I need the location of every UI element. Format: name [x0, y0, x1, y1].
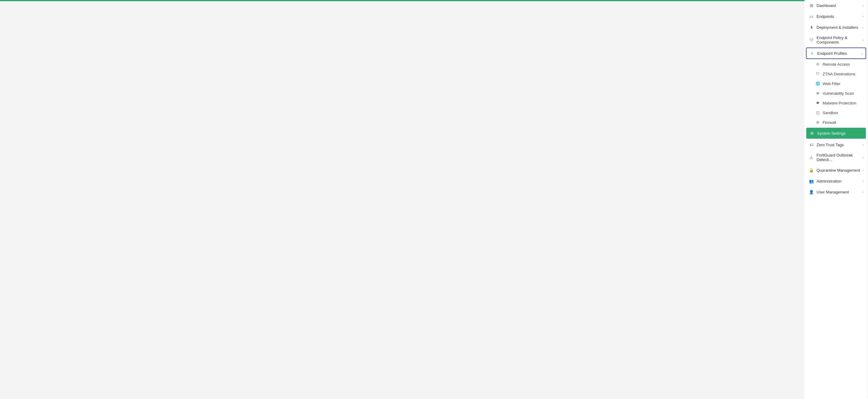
shield-alert-icon: ⚠ — [809, 155, 814, 160]
sidebar-sub-item-malware-protection[interactable]: ✱ Malware Protection — [804, 98, 868, 108]
sidebar-sub-item-web-filter[interactable]: 🌐 Web Filter — [804, 79, 868, 88]
sidebar-item-fortiguard[interactable]: ⚠ FortiGuard Outbreak Detecti... › — [804, 150, 868, 165]
sidebar-item-dashboard[interactable]: ⊞ Dashboard › — [804, 0, 868, 11]
shield-icon: 🛡 — [809, 37, 814, 43]
sidebar-item-deployment[interactable]: ⬇ Deployment & Installers › — [804, 22, 868, 33]
users-icon: 👥 — [809, 178, 814, 184]
sidebar-item-administration[interactable]: 👥 Administration › — [804, 176, 868, 186]
sidebar-sub-item-system-settings[interactable]: ⚙ System Settings — [806, 128, 866, 139]
chevron-right-icon: › — [862, 156, 864, 159]
user-cog-icon: 👤 — [809, 189, 814, 195]
sidebar-sub-item-sandbox[interactable]: ◫ Sandbox — [804, 108, 868, 118]
gear-icon: ⚙ — [809, 130, 815, 136]
bug-icon: ✱ — [815, 100, 820, 105]
box-icon: ◫ — [815, 110, 820, 115]
grid-icon: ⊞ — [809, 3, 814, 8]
chevron-right-icon: › — [862, 38, 864, 42]
sidebar-item-endpoints[interactable]: ▭ Endpoints › — [804, 11, 868, 22]
sidebar-item-quarantine[interactable]: 🔒 Quarantine Management › — [804, 165, 868, 176]
lock-icon: 🔒 — [809, 167, 814, 173]
chevron-right-icon: › — [862, 168, 864, 172]
fire-icon: ⊜ — [815, 120, 820, 125]
shield-check-icon: 🛡 — [815, 71, 820, 76]
scan-icon: ⊛ — [815, 91, 820, 96]
sidebar-sub-item-vulnerability-scan[interactable]: ⊛ Vulnerability Scan — [804, 88, 868, 98]
monitor-icon: ▭ — [809, 13, 814, 19]
tag-icon: 🏷 — [809, 142, 814, 147]
chevron-right-icon: › — [862, 25, 864, 29]
chevron-down-icon: ⌄ — [860, 52, 863, 55]
sidebar-item-zero-trust-tags[interactable]: 🏷 Zero Trust Tags › — [804, 139, 868, 150]
sidebar-sub-item-ztna[interactable]: 🛡 ZTNA Destinations — [804, 69, 868, 79]
chevron-right-icon: › — [862, 14, 864, 18]
sidebar-item-user-management[interactable]: 👤 User Management › — [804, 186, 868, 197]
sidebar-item-endpoint-policy[interactable]: 🛡 Endpoint Policy & Components › — [804, 33, 868, 47]
wifi-icon: ⊙ — [815, 62, 820, 67]
chevron-right-icon: › — [862, 4, 864, 7]
chevron-right-icon: › — [862, 179, 864, 183]
globe-icon: 🌐 — [815, 81, 820, 86]
download-icon: ⬇ — [809, 25, 814, 30]
layers-icon: ≡ — [809, 51, 815, 56]
sidebar-item-endpoint-profiles[interactable]: ≡ Endpoint Profiles ⌄ — [806, 48, 866, 59]
chevron-right-icon: › — [862, 143, 864, 147]
chevron-right-icon: › — [862, 190, 864, 194]
sidebar: ⊞ Dashboard › ▭ Endpoints › ⬇ Deployment… — [804, 0, 868, 399]
sidebar-sub-item-remote-access[interactable]: ⊙ Remote Access — [804, 59, 868, 69]
sidebar-sub-item-firewall[interactable]: ⊜ Firewall — [804, 118, 868, 127]
